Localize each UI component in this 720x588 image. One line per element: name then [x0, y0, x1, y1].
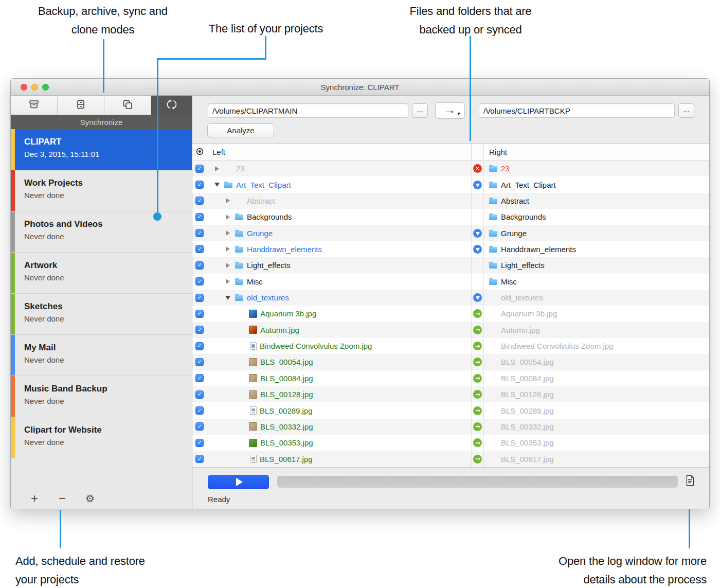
green-arrow-icon — [473, 390, 482, 399]
file-row[interactable]: old_textures old_textures — [192, 290, 709, 306]
row-checkbox[interactable] — [195, 245, 204, 253]
project-item-sketches[interactable]: Sketches Never done — [11, 294, 192, 335]
disclosure-collapsed-icon[interactable] — [225, 230, 231, 236]
right-path-input[interactable] — [479, 103, 675, 118]
left-column-header: Left — [207, 148, 471, 156]
red-x-icon — [473, 164, 482, 173]
sync-direction-button[interactable]: → — [435, 102, 465, 119]
document-icon — [250, 406, 257, 415]
folder-icon — [235, 293, 244, 302]
file-row[interactable]: BLS_00084.jpg BLS_00084.jpg — [192, 370, 709, 386]
tab-backup[interactable] — [11, 96, 58, 115]
log-document-icon — [685, 474, 695, 489]
annotation-line-projects-v1 — [265, 36, 266, 60]
row-checkbox[interactable] — [195, 229, 204, 237]
project-color-stripe — [11, 170, 15, 211]
browse-left-button[interactable]: ... — [412, 103, 428, 118]
row-checkbox[interactable] — [195, 342, 204, 350]
project-item-artwork[interactable]: Artwork Never done — [11, 253, 192, 294]
row-checkbox[interactable] — [195, 181, 204, 189]
folder-icon — [489, 245, 498, 254]
file-row[interactable]: 23 23 — [192, 161, 709, 176]
file-row[interactable]: BLS_00289.jpg BLS_00289.jpg — [192, 402, 709, 418]
file-row[interactable]: Art_Text_Clipart Art_Text_Clipart — [192, 176, 709, 192]
project-item-music-band[interactable]: Music Band Backup Never done — [11, 376, 192, 417]
row-checkbox[interactable] — [195, 390, 204, 399]
annotation-files: Files and folders that are backed up or … — [383, 2, 558, 39]
row-checkbox[interactable] — [195, 310, 204, 318]
row-checkbox[interactable] — [195, 406, 204, 415]
file-row[interactable]: Grunge Grunge — [192, 225, 709, 241]
document-icon — [250, 342, 257, 350]
project-item-clipart[interactable]: CLIPART Dec 3, 2015, 15:11:01 — [11, 129, 192, 170]
file-row[interactable]: BLS_00617.jpg BLS_00617.jpg — [192, 451, 709, 467]
disclosure-expanded-icon[interactable] — [225, 296, 231, 300]
status-text: Ready — [208, 495, 230, 504]
row-checkbox[interactable] — [195, 165, 204, 173]
annotation-modes: Backup, archive, sync and clone modes — [15, 2, 190, 39]
file-row[interactable]: Abstract Abstract — [192, 193, 709, 209]
tab-clone[interactable] — [104, 96, 151, 115]
add-project-button[interactable]: + — [29, 493, 40, 504]
image-thumbnail-icon — [249, 439, 257, 447]
row-checkbox[interactable] — [195, 294, 204, 302]
file-row[interactable]: Misc Misc — [192, 274, 709, 290]
row-checkbox[interactable] — [195, 213, 204, 221]
row-checkbox[interactable] — [195, 358, 204, 366]
target-circle-icon — [196, 148, 204, 157]
project-color-stripe — [11, 253, 15, 293]
annotation-log: Open the log window for more details abo… — [501, 552, 707, 588]
analyze-button[interactable]: Analyze — [207, 123, 274, 137]
annotation-line-files — [470, 36, 471, 141]
row-checkbox[interactable] — [195, 326, 204, 334]
project-item-my-mail[interactable]: My Mail Never done — [11, 335, 192, 376]
green-arrow-icon — [473, 455, 482, 464]
left-path-input[interactable] — [208, 103, 408, 118]
app-window: Synchronize: CLIPART — [10, 78, 710, 509]
row-checkbox[interactable] — [195, 422, 204, 431]
mode-label: Synchronize — [11, 115, 192, 129]
project-color-stripe — [11, 294, 15, 334]
disclosure-collapsed-icon[interactable] — [225, 246, 231, 252]
row-checkbox[interactable] — [195, 374, 204, 382]
annotation-dot-projects — [153, 212, 161, 221]
file-row[interactable]: Bindweed Convolvulus Zoom.jpg Bindweed C… — [192, 338, 709, 354]
project-item-photos-videos[interactable]: Photos and Videos Never done — [11, 211, 192, 253]
file-row[interactable]: Handdrawn_elements Handdrawn_elements — [192, 241, 709, 257]
folder-icon — [489, 212, 498, 221]
folder-icon — [489, 277, 498, 286]
tab-archive[interactable] — [58, 96, 104, 115]
open-log-button[interactable] — [683, 474, 696, 489]
gear-icon[interactable]: ⚙ — [85, 493, 95, 504]
disclosure-collapsed-icon[interactable] — [225, 198, 231, 203]
folder-icon — [235, 277, 244, 286]
file-row[interactable]: BLS_00054.jpg BLS_00054.jpg — [192, 354, 709, 370]
project-item-clipart-website[interactable]: Clipart for Website Never done — [11, 417, 192, 458]
file-row[interactable]: Backgrounds Backgrounds — [192, 209, 709, 225]
row-checkbox[interactable] — [195, 455, 204, 463]
annotation-line-projects-v2 — [157, 58, 158, 217]
green-arrow-icon — [473, 374, 482, 383]
row-checkbox[interactable] — [195, 261, 204, 270]
file-row[interactable]: Light_effects Light_effects — [192, 257, 709, 273]
project-color-stripe — [11, 376, 15, 417]
disclosure-collapsed-icon[interactable] — [225, 279, 231, 284]
row-checkbox[interactable] — [195, 439, 204, 447]
file-row[interactable]: BLS_00353.jpg BLS_00353.jpg — [192, 435, 709, 451]
disclosure-collapsed-icon[interactable] — [214, 166, 220, 171]
project-item-work-projects[interactable]: Work Projects Never done — [11, 170, 192, 211]
blue-down-icon — [473, 181, 482, 189]
file-row[interactable]: BLS_00332.jpg BLS_00332.jpg — [192, 419, 709, 435]
disclosure-expanded-icon[interactable] — [214, 183, 220, 187]
file-row[interactable]: Aquarium 3b.jpg Aquarium 3b.jpg — [192, 306, 709, 322]
browse-right-button[interactable]: ... — [678, 103, 694, 118]
file-row[interactable]: Autumn.jpg Autumn.jpg — [192, 322, 709, 338]
remove-project-button[interactable]: − — [57, 493, 67, 504]
disclosure-collapsed-icon[interactable] — [225, 215, 231, 220]
row-checkbox[interactable] — [195, 197, 204, 205]
row-checkbox[interactable] — [195, 277, 204, 286]
disclosure-collapsed-icon[interactable] — [225, 263, 231, 268]
run-sync-button[interactable] — [208, 475, 269, 489]
file-row[interactable]: BLS_00128.jpg BLS_00128.jpg — [192, 386, 709, 402]
folder-icon — [489, 229, 498, 238]
